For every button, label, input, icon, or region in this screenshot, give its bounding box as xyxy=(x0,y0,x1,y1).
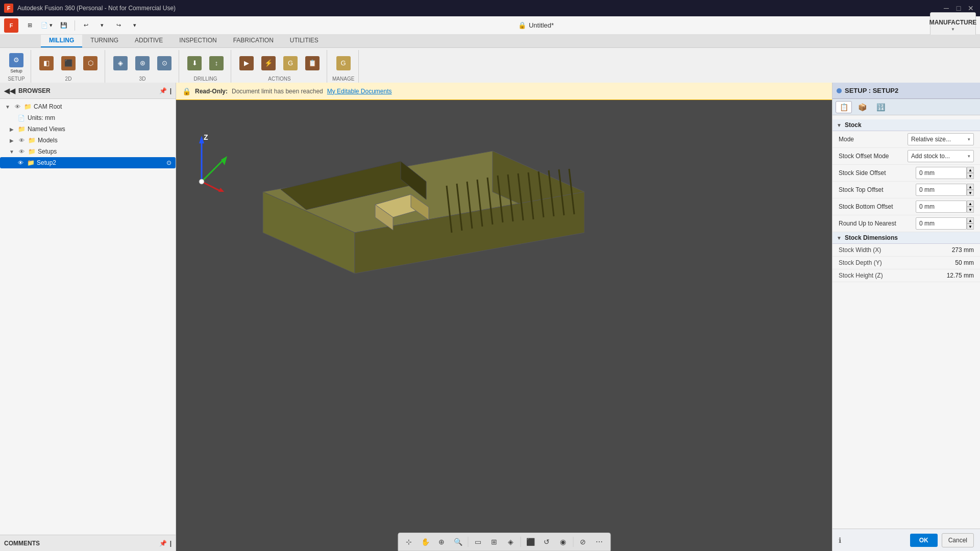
undo-dropdown[interactable]: ▾ xyxy=(95,18,109,33)
tree-item-units[interactable]: 📄 Units: mm xyxy=(0,112,176,123)
2d-btn-1[interactable]: ◧ xyxy=(36,52,57,74)
round-up-input[interactable]: 0 mm xyxy=(916,217,967,230)
fit-view[interactable]: ▭ xyxy=(470,535,485,549)
undo-button[interactable]: ↩ xyxy=(79,18,93,33)
tree-item-named-views[interactable]: ▶ 📁 Named Views xyxy=(0,123,176,135)
object-analysis[interactable]: ⋯ xyxy=(592,535,607,549)
stock-side-offset-spinners: ▲ ▼ xyxy=(967,167,974,179)
tree-item-setup2[interactable]: 👁 📁 Setup2 ⊙ xyxy=(0,157,176,168)
tab-turning[interactable]: TURNING xyxy=(82,35,127,47)
stock-bottom-offset-input[interactable]: 0 mm xyxy=(916,201,967,213)
setup2-vis-icon[interactable]: 👁 xyxy=(16,159,24,167)
ribbon-content: ⚙ Setup SETUP ◧ ⬛ ⬡ 2D ◈ ⊛ ⊙ 3D xyxy=(0,48,980,83)
comments-label: COMMENTS xyxy=(4,540,40,547)
app-title: Autodesk Fusion 360 (Personal - Not for … xyxy=(17,5,176,12)
pan-tool[interactable]: ✋ xyxy=(418,535,433,549)
stock-top-offset-label: Stock Top Offset xyxy=(839,186,916,193)
stock-side-offset-row: Stock Side Offset 0 mm ▲ ▼ xyxy=(832,165,980,182)
cancel-button[interactable]: Cancel xyxy=(942,533,974,547)
named-views-expand[interactable]: ▶ xyxy=(8,126,15,133)
setup-tab-stock[interactable]: 📦 xyxy=(854,101,870,113)
setup-tab-options[interactable]: 🔢 xyxy=(872,101,889,113)
editable-docs-link[interactable]: My Editable Documents xyxy=(327,88,392,95)
setup-footer: ℹ OK Cancel xyxy=(832,529,980,551)
stock-top-offset-down[interactable]: ▼ xyxy=(967,190,974,196)
3d-icon-1: ◈ xyxy=(113,56,128,70)
stock-offset-mode-value: Add stock to... ▾ xyxy=(908,150,974,162)
action-btn-4[interactable]: 📋 xyxy=(302,52,323,74)
setups-vis-icon[interactable]: 👁 xyxy=(17,147,26,156)
stock-dimensions-section-header[interactable]: ▼ Stock Dimensions xyxy=(832,232,980,244)
orbit-tool[interactable]: ⊕ xyxy=(434,535,449,549)
environment[interactable]: ↺ xyxy=(539,535,554,549)
section-analysis[interactable]: ⊘ xyxy=(575,535,591,549)
grid-menu-button[interactable]: ⊞ xyxy=(22,18,37,33)
action-btn-2[interactable]: ⚡ xyxy=(258,52,279,74)
stock-height-row: Stock Height (Z) 12.75 mm xyxy=(832,269,980,282)
stock-depth-value: 50 mm xyxy=(955,259,974,266)
separator-1 xyxy=(75,20,75,31)
action-btn-1[interactable]: ▶ xyxy=(236,52,257,74)
2d-btn-3[interactable]: ⬡ xyxy=(80,52,101,74)
cam-root-expand[interactable]: ▼ xyxy=(4,103,11,110)
setups-expand[interactable]: ▼ xyxy=(8,148,15,155)
stock-top-offset-row: Stock Top Offset 0 mm ▲ ▼ xyxy=(832,182,980,198)
redo-button[interactable]: ↪ xyxy=(111,18,126,33)
tab-fabrication[interactable]: FABRICATION xyxy=(225,35,282,47)
visual-style[interactable]: ⬛ xyxy=(523,535,538,549)
stock-top-offset-up[interactable]: ▲ xyxy=(967,184,974,190)
stock-side-offset-down[interactable]: ▼ xyxy=(967,173,974,179)
comments-pin[interactable]: 📌 xyxy=(159,540,167,547)
3d-btn-2[interactable]: ⊛ xyxy=(132,52,153,74)
browser-collapse[interactable]: | xyxy=(170,87,172,94)
models-vis-icon[interactable]: 👁 xyxy=(17,136,26,144)
comments-collapse[interactable]: | xyxy=(170,540,172,547)
tab-utilities[interactable]: UTILITIES xyxy=(282,35,327,47)
tab-inspection[interactable]: INSPECTION xyxy=(171,35,225,47)
viewport[interactable]: 🔒 Read-Only: Document limit has been rea… xyxy=(176,83,832,551)
round-up-down[interactable]: ▼ xyxy=(967,223,974,230)
ok-button[interactable]: OK xyxy=(910,534,938,547)
redo-dropdown[interactable]: ▾ xyxy=(128,18,142,33)
stock-section-header[interactable]: ▼ Stock xyxy=(832,119,980,131)
comments-bar[interactable]: COMMENTS 📌 | xyxy=(0,535,176,551)
stock-bottom-offset-down[interactable]: ▼ xyxy=(967,207,974,213)
2d-btn-2[interactable]: ⬛ xyxy=(58,52,79,74)
display-mode[interactable]: ◈ xyxy=(503,535,518,549)
stock-top-offset-input[interactable]: 0 mm xyxy=(916,184,967,196)
manage-btn-1[interactable]: G xyxy=(333,52,354,74)
effects[interactable]: ◉ xyxy=(555,535,571,549)
viewport-canvas[interactable]: Z xyxy=(176,100,832,531)
tree-item-models[interactable]: ▶ 👁 📁 Models xyxy=(0,135,176,146)
stock-offset-mode-select[interactable]: Add stock to... ▾ xyxy=(908,150,974,162)
tree-item-setups[interactable]: ▼ 👁 📁 Setups xyxy=(0,146,176,157)
setup-content: ▼ Stock Mode Relative size... ▾ Stock Of… xyxy=(832,115,980,529)
drill-btn-2[interactable]: ↕ xyxy=(206,52,227,74)
models-expand[interactable]: ▶ xyxy=(8,137,15,144)
action-btn-3[interactable]: G xyxy=(280,52,301,74)
stock-bottom-offset-up[interactable]: ▲ xyxy=(967,201,974,207)
cam-root-vis-icon[interactable]: 👁 xyxy=(13,103,21,111)
tab-milling[interactable]: MILLING xyxy=(41,35,82,47)
readonly-banner: 🔒 Read-Only: Document limit has been rea… xyxy=(176,83,832,100)
setup-tab-workpiece[interactable]: 📋 xyxy=(836,101,852,113)
mode-select[interactable]: Relative size... ▾ xyxy=(908,133,974,145)
file-button[interactable]: 📄 ▾ xyxy=(39,18,55,33)
setup-button[interactable]: ⚙ Setup xyxy=(6,52,27,74)
browser-pin[interactable]: 📌 xyxy=(159,87,167,94)
3d-model-svg xyxy=(202,110,584,355)
browser-back-btn[interactable]: ◀◀ xyxy=(4,87,15,95)
grid-toggle[interactable]: ⊞ xyxy=(486,535,502,549)
tab-additive[interactable]: ADDITIVE xyxy=(127,35,171,47)
round-up-up[interactable]: ▲ xyxy=(967,217,974,223)
save-button[interactable]: 💾 xyxy=(57,18,71,33)
tree-item-cam-root[interactable]: ▼ 👁 📁 CAM Root xyxy=(0,101,176,112)
3d-btn-3[interactable]: ⊙ xyxy=(154,52,175,74)
stock-side-offset-input[interactable]: 0 mm xyxy=(916,167,967,179)
drill-btn-1[interactable]: ⬇ xyxy=(184,52,205,74)
stock-side-offset-up[interactable]: ▲ xyxy=(967,167,974,173)
zoom-tool[interactable]: 🔍 xyxy=(450,535,465,549)
select-tool[interactable]: ⊹ xyxy=(401,535,416,549)
3d-btn-1[interactable]: ◈ xyxy=(110,52,131,74)
action-icon-2: ⚡ xyxy=(261,56,276,70)
